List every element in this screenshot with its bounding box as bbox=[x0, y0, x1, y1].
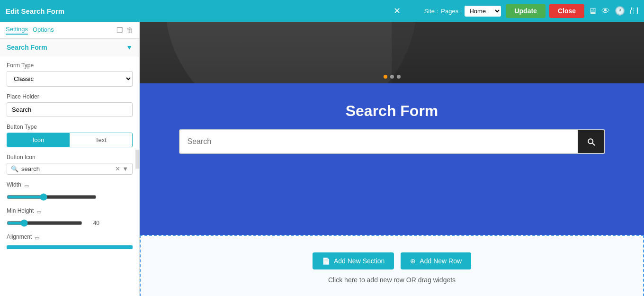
section-title: Search Form bbox=[7, 44, 47, 51]
add-row-label: Add New Row bbox=[420, 257, 462, 265]
width-field: Width ▭ bbox=[7, 181, 133, 201]
width-icon: ▭ bbox=[24, 183, 29, 189]
placeholder-label: Place Holder bbox=[7, 93, 133, 100]
alignment-bar bbox=[7, 245, 133, 249]
button-icon-label: Button Icon bbox=[7, 154, 133, 161]
icon-select-inner: 🔍 search bbox=[11, 165, 112, 172]
hero-dot-3 bbox=[397, 75, 401, 79]
alignment-label: Alignment bbox=[7, 233, 32, 240]
search-icon-small: 🔍 bbox=[11, 165, 18, 172]
section-arrow: ▼ bbox=[126, 44, 133, 51]
sidebar-tab-icons: ❐ 🗑 bbox=[116, 26, 134, 35]
min-height-slider[interactable] bbox=[7, 219, 82, 227]
search-form-heading: Search Form bbox=[346, 102, 438, 120]
min-height-field: Min Height ▭ 40 bbox=[7, 207, 133, 227]
add-section-hint: Click here to add new row OR drag widget… bbox=[328, 276, 456, 284]
search-bar-button[interactable] bbox=[578, 130, 604, 153]
topbar-icons: 🖥 👁 🕐 ⛙ bbox=[588, 6, 638, 16]
panel-close-x[interactable]: ✕ bbox=[394, 6, 401, 16]
add-section-area: 📄 Add New Section ⊕ Add New Row Click he… bbox=[140, 235, 644, 296]
preview-icon[interactable]: 👁 bbox=[601, 6, 610, 16]
icon-select-controls: ✕ ▼ bbox=[115, 165, 128, 172]
add-section-icon: 📄 bbox=[322, 257, 330, 265]
min-height-value: 40 bbox=[86, 220, 99, 226]
add-new-section-button[interactable]: 📄 Add New Section bbox=[313, 252, 394, 269]
icon-clear[interactable]: ✕ bbox=[115, 165, 120, 172]
close-button[interactable]: Close bbox=[549, 4, 584, 18]
delete-icon[interactable]: 🗑 bbox=[126, 26, 134, 35]
btn-text-option[interactable]: Text bbox=[70, 133, 132, 147]
tab-options[interactable]: Options bbox=[33, 26, 54, 34]
sidebar-content: Form Type Classic Modern Minimal Place H… bbox=[0, 56, 139, 255]
add-section-buttons: 📄 Add New Section ⊕ Add New Row bbox=[313, 252, 471, 269]
width-slider[interactable] bbox=[7, 193, 97, 201]
alignment-field: Alignment ▭ bbox=[7, 233, 133, 249]
hero-dot-2 bbox=[390, 75, 394, 79]
pages-text: Pages : bbox=[441, 8, 462, 15]
editor-title: Edit Search Form bbox=[6, 7, 389, 15]
site-text: Site : bbox=[424, 8, 438, 15]
desktop-icon[interactable]: 🖥 bbox=[588, 6, 597, 16]
min-height-label: Min Height bbox=[7, 207, 34, 214]
pages-select[interactable]: Home About Contact bbox=[465, 6, 501, 17]
topbar: Edit Search Form ✕ Site : Pages : Home A… bbox=[0, 0, 644, 22]
sitemap-icon[interactable]: ⛙ bbox=[630, 6, 638, 16]
copy-icon[interactable]: ❐ bbox=[116, 26, 123, 35]
sidebar-tabs: Settings Options ❐ 🗑 bbox=[0, 22, 139, 39]
section-header[interactable]: Search Form ▼ bbox=[0, 39, 139, 56]
hero-dots bbox=[384, 75, 401, 79]
main-area: Settings Options ❐ 🗑 Search Form ▼ Form … bbox=[0, 22, 644, 296]
collapse-handle[interactable]: ‹ bbox=[135, 150, 140, 169]
min-height-slider-row: 40 bbox=[7, 219, 133, 227]
search-bar-container bbox=[179, 129, 605, 154]
topbar-right: Update Close 🖥 👁 🕐 ⛙ bbox=[506, 4, 638, 18]
btn-icon-option[interactable]: Icon bbox=[7, 133, 70, 147]
min-height-icon: ▭ bbox=[36, 209, 41, 215]
width-label-row: Width ▭ bbox=[7, 181, 133, 190]
search-form-section: Search Form bbox=[140, 83, 644, 235]
add-new-row-button[interactable]: ⊕ Add New Row bbox=[401, 252, 471, 269]
tab-settings[interactable]: Settings bbox=[6, 26, 28, 35]
form-type-field: Form Type Classic Modern Minimal bbox=[7, 62, 133, 87]
hero-dot-1 bbox=[384, 75, 387, 79]
search-submit-icon bbox=[586, 137, 596, 146]
alignment-label-row: Alignment ▭ bbox=[7, 233, 133, 242]
history-icon[interactable]: 🕐 bbox=[615, 6, 625, 16]
update-button[interactable]: Update bbox=[506, 4, 545, 18]
placeholder-input[interactable] bbox=[7, 102, 133, 117]
form-type-label: Form Type bbox=[7, 62, 133, 69]
sidebar: Settings Options ❐ 🗑 Search Form ▼ Form … bbox=[0, 22, 140, 296]
site-label: Site : Pages : Home About Contact bbox=[424, 6, 501, 17]
icon-dropdown[interactable]: ▼ bbox=[122, 165, 128, 172]
form-type-select[interactable]: Classic Modern Minimal bbox=[7, 71, 133, 87]
button-type-label: Button Type bbox=[7, 124, 133, 130]
add-section-label: Add New Section bbox=[334, 257, 385, 265]
search-bar-input[interactable] bbox=[180, 131, 578, 152]
add-row-icon: ⊕ bbox=[410, 257, 416, 265]
placeholder-field: Place Holder bbox=[7, 93, 133, 117]
icon-select-wrapper: 🔍 search ✕ ▼ bbox=[7, 163, 133, 175]
button-type-field: Button Type Icon Text bbox=[7, 124, 133, 147]
canvas: Search Form 📄 Add New Section ⊕ bbox=[140, 22, 644, 296]
button-type-group: Icon Text bbox=[7, 133, 133, 147]
hero-section bbox=[140, 22, 644, 83]
alignment-icon: ▭ bbox=[35, 235, 39, 241]
width-label: Width bbox=[7, 181, 21, 188]
min-height-label-row: Min Height ▭ bbox=[7, 207, 133, 216]
icon-value: search bbox=[21, 165, 40, 172]
width-slider-row bbox=[7, 193, 133, 201]
button-icon-field: Button Icon 🔍 search ✕ ▼ bbox=[7, 154, 133, 175]
